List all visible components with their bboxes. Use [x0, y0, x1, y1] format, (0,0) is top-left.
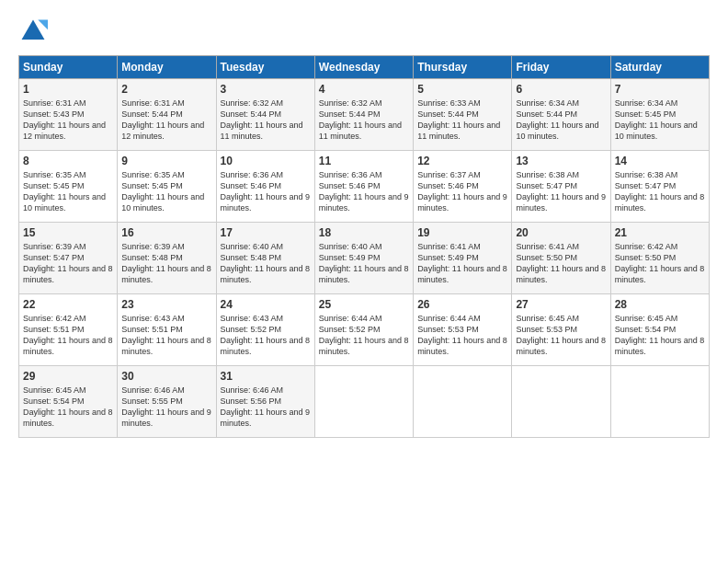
calendar-header-cell: Tuesday	[216, 56, 314, 79]
cell-content: Sunrise: 6:43 AM Sunset: 5:51 PM Dayligh…	[121, 313, 211, 358]
calendar-header-cell: Saturday	[610, 56, 709, 79]
calendar-cell: 2 Sunrise: 6:31 AM Sunset: 5:44 PM Dayli…	[118, 79, 216, 151]
calendar-table: SundayMondayTuesdayWednesdayThursdayFrid…	[18, 55, 710, 438]
calendar-cell: 31 Sunrise: 6:46 AM Sunset: 5:56 PM Dayl…	[216, 366, 314, 438]
header	[18, 17, 710, 46]
cell-content: Sunrise: 6:35 AM Sunset: 5:45 PM Dayligh…	[23, 169, 113, 214]
calendar-cell: 6 Sunrise: 6:34 AM Sunset: 5:44 PM Dayli…	[512, 79, 610, 151]
calendar-cell: 5 Sunrise: 6:33 AM Sunset: 5:44 PM Dayli…	[414, 79, 512, 151]
day-number: 15	[23, 226, 113, 239]
calendar-cell: 27 Sunrise: 6:45 AM Sunset: 5:53 PM Dayl…	[512, 294, 610, 366]
calendar-cell: 1 Sunrise: 6:31 AM Sunset: 5:43 PM Dayli…	[19, 79, 118, 151]
calendar-header-row: SundayMondayTuesdayWednesdayThursdayFrid…	[19, 56, 710, 79]
calendar-cell: 22 Sunrise: 6:42 AM Sunset: 5:51 PM Dayl…	[19, 294, 118, 366]
logo-icon	[18, 17, 48, 46]
cell-content: Sunrise: 6:36 AM Sunset: 5:46 PM Dayligh…	[319, 169, 409, 214]
cell-content: Sunrise: 6:46 AM Sunset: 5:56 PM Dayligh…	[221, 385, 311, 430]
calendar-cell: 18 Sunrise: 6:40 AM Sunset: 5:49 PM Dayl…	[314, 223, 413, 294]
cell-content: Sunrise: 6:45 AM Sunset: 5:53 PM Dayligh…	[516, 313, 606, 358]
cell-content: Sunrise: 6:45 AM Sunset: 5:54 PM Dayligh…	[23, 385, 113, 430]
calendar-cell: 15 Sunrise: 6:39 AM Sunset: 5:47 PM Dayl…	[19, 223, 118, 294]
calendar-cell: 23 Sunrise: 6:43 AM Sunset: 5:51 PM Dayl…	[118, 294, 216, 366]
cell-content: Sunrise: 6:38 AM Sunset: 5:47 PM Dayligh…	[516, 169, 606, 214]
calendar-cell: 25 Sunrise: 6:44 AM Sunset: 5:52 PM Dayl…	[314, 294, 413, 366]
calendar-cell: 17 Sunrise: 6:40 AM Sunset: 5:48 PM Dayl…	[216, 223, 314, 294]
calendar-cell: 26 Sunrise: 6:44 AM Sunset: 5:53 PM Dayl…	[414, 294, 512, 366]
day-number: 25	[319, 298, 409, 311]
day-number: 4	[319, 83, 409, 96]
cell-content: Sunrise: 6:32 AM Sunset: 5:44 PM Dayligh…	[319, 98, 409, 143]
cell-content: Sunrise: 6:38 AM Sunset: 5:47 PM Dayligh…	[615, 169, 705, 214]
cell-content: Sunrise: 6:41 AM Sunset: 5:50 PM Dayligh…	[516, 241, 606, 286]
cell-content: Sunrise: 6:34 AM Sunset: 5:44 PM Dayligh…	[516, 98, 606, 143]
cell-content: Sunrise: 6:33 AM Sunset: 5:44 PM Dayligh…	[417, 98, 507, 143]
calendar-header-cell: Friday	[512, 56, 610, 79]
day-number: 19	[417, 226, 507, 239]
calendar-cell: 20 Sunrise: 6:41 AM Sunset: 5:50 PM Dayl…	[512, 223, 610, 294]
cell-content: Sunrise: 6:44 AM Sunset: 5:52 PM Dayligh…	[319, 313, 409, 358]
logo	[18, 17, 51, 46]
calendar-cell: 24 Sunrise: 6:43 AM Sunset: 5:52 PM Dayl…	[216, 294, 314, 366]
calendar-cell	[512, 366, 610, 438]
day-number: 5	[417, 83, 507, 96]
day-number: 22	[23, 298, 113, 311]
cell-content: Sunrise: 6:40 AM Sunset: 5:48 PM Dayligh…	[221, 241, 311, 286]
day-number: 2	[121, 83, 211, 96]
calendar-week-row: 15 Sunrise: 6:39 AM Sunset: 5:47 PM Dayl…	[19, 223, 710, 294]
calendar-week-row: 8 Sunrise: 6:35 AM Sunset: 5:45 PM Dayli…	[19, 151, 710, 223]
day-number: 23	[121, 298, 211, 311]
calendar-header-cell: Thursday	[414, 56, 512, 79]
cell-content: Sunrise: 6:37 AM Sunset: 5:46 PM Dayligh…	[417, 169, 507, 214]
calendar-header-cell: Sunday	[19, 56, 118, 79]
day-number: 20	[516, 226, 606, 239]
day-number: 31	[221, 370, 311, 383]
calendar-cell: 13 Sunrise: 6:38 AM Sunset: 5:47 PM Dayl…	[512, 151, 610, 223]
calendar-week-row: 22 Sunrise: 6:42 AM Sunset: 5:51 PM Dayl…	[19, 294, 710, 366]
cell-content: Sunrise: 6:36 AM Sunset: 5:46 PM Dayligh…	[221, 169, 311, 214]
calendar-cell: 3 Sunrise: 6:32 AM Sunset: 5:44 PM Dayli…	[216, 79, 314, 151]
cell-content: Sunrise: 6:39 AM Sunset: 5:47 PM Dayligh…	[23, 241, 113, 286]
day-number: 24	[221, 298, 311, 311]
day-number: 7	[615, 83, 705, 96]
day-number: 17	[221, 226, 311, 239]
calendar-cell	[414, 366, 512, 438]
cell-content: Sunrise: 6:31 AM Sunset: 5:44 PM Dayligh…	[121, 98, 211, 143]
day-number: 13	[516, 155, 606, 167]
calendar-header-cell: Monday	[118, 56, 216, 79]
day-number: 6	[516, 83, 606, 96]
calendar-cell: 11 Sunrise: 6:36 AM Sunset: 5:46 PM Dayl…	[314, 151, 413, 223]
cell-content: Sunrise: 6:46 AM Sunset: 5:55 PM Dayligh…	[121, 385, 211, 430]
calendar-cell: 16 Sunrise: 6:39 AM Sunset: 5:48 PM Dayl…	[118, 223, 216, 294]
cell-content: Sunrise: 6:31 AM Sunset: 5:43 PM Dayligh…	[23, 98, 113, 143]
day-number: 26	[417, 298, 507, 311]
day-number: 18	[319, 226, 409, 239]
day-number: 21	[615, 226, 705, 239]
calendar-week-row: 29 Sunrise: 6:45 AM Sunset: 5:54 PM Dayl…	[19, 366, 710, 438]
cell-content: Sunrise: 6:44 AM Sunset: 5:53 PM Dayligh…	[417, 313, 507, 358]
cell-content: Sunrise: 6:35 AM Sunset: 5:45 PM Dayligh…	[121, 169, 211, 214]
day-number: 8	[23, 155, 113, 167]
calendar-cell: 14 Sunrise: 6:38 AM Sunset: 5:47 PM Dayl…	[610, 151, 709, 223]
svg-marker-1	[38, 20, 48, 30]
calendar-cell: 29 Sunrise: 6:45 AM Sunset: 5:54 PM Dayl…	[19, 366, 118, 438]
calendar-week-row: 1 Sunrise: 6:31 AM Sunset: 5:43 PM Dayli…	[19, 79, 710, 151]
calendar-cell: 7 Sunrise: 6:34 AM Sunset: 5:45 PM Dayli…	[610, 79, 709, 151]
day-number: 30	[121, 370, 211, 383]
day-number: 1	[23, 83, 113, 96]
calendar-cell	[610, 366, 709, 438]
day-number: 3	[221, 83, 311, 96]
calendar-cell: 10 Sunrise: 6:36 AM Sunset: 5:46 PM Dayl…	[216, 151, 314, 223]
cell-content: Sunrise: 6:43 AM Sunset: 5:52 PM Dayligh…	[221, 313, 311, 358]
calendar-cell: 28 Sunrise: 6:45 AM Sunset: 5:54 PM Dayl…	[610, 294, 709, 366]
calendar-cell: 12 Sunrise: 6:37 AM Sunset: 5:46 PM Dayl…	[414, 151, 512, 223]
day-number: 11	[319, 155, 409, 167]
cell-content: Sunrise: 6:32 AM Sunset: 5:44 PM Dayligh…	[221, 98, 311, 143]
calendar-cell: 19 Sunrise: 6:41 AM Sunset: 5:49 PM Dayl…	[414, 223, 512, 294]
day-number: 27	[516, 298, 606, 311]
day-number: 29	[23, 370, 113, 383]
calendar-cell: 30 Sunrise: 6:46 AM Sunset: 5:55 PM Dayl…	[118, 366, 216, 438]
day-number: 16	[121, 226, 211, 239]
day-number: 12	[417, 155, 507, 167]
cell-content: Sunrise: 6:42 AM Sunset: 5:51 PM Dayligh…	[23, 313, 113, 358]
calendar-header-cell: Wednesday	[314, 56, 413, 79]
